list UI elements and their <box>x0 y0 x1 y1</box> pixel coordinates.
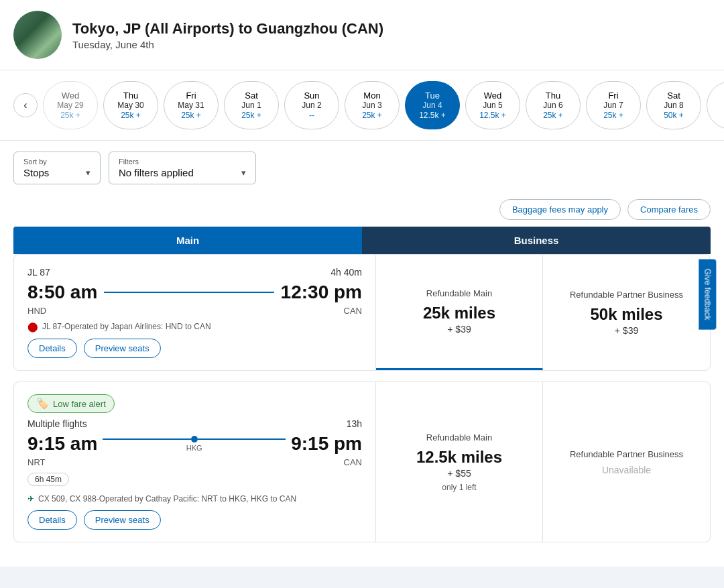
header: Tokyo, JP (All Airports) to Guangzhou (C… <box>0 0 724 70</box>
tab-business[interactable]: Business <box>362 227 711 254</box>
date-price: 12.5k + <box>419 111 446 120</box>
baggage-fees-button[interactable]: Baggage fees may apply <box>499 199 621 220</box>
date-price: 12.5k + <box>479 111 506 120</box>
date-selector: ‹ Wed May 29 25k + Thu May 30 25k + Fri … <box>0 70 724 141</box>
date-day: Wed <box>484 91 502 101</box>
filter-label: Filters <box>119 158 246 166</box>
date-day: Thu <box>123 91 138 101</box>
sort-value-row: Stops ▾ <box>23 167 90 178</box>
filter-value-row: No filters applied ▾ <box>119 167 246 178</box>
fare-unavailable: Unavailable <box>602 465 651 475</box>
date-item[interactable]: Thu Jun 6 25k + <box>526 81 581 129</box>
flight-number: JL 87 <box>27 267 50 278</box>
flight-header: Multiple flights 13h <box>27 418 362 429</box>
airline-details: CX 509, CX 988-Operated by Cathay Pacifi… <box>38 494 296 504</box>
date-month: Jun 8 <box>664 101 683 110</box>
date-price: 25k + <box>362 111 382 120</box>
date-item[interactable]: Sun Jun 9 25k + <box>707 81 724 129</box>
date-item[interactable]: Thu May 30 25k + <box>103 81 158 129</box>
sort-chevron-icon: ▾ <box>86 168 90 178</box>
stop-badge: 6h 45m <box>27 473 69 486</box>
card-actions: Details Preview seats <box>27 510 362 530</box>
date-day: Fri <box>608 91 618 101</box>
date-item[interactable]: Sun Jun 2 -- <box>284 81 339 129</box>
airline-info: ⬤ JL 87-Operated by Japan Airlines: HND … <box>27 321 362 332</box>
business-fare-type: Refundable Partner Business <box>570 449 683 459</box>
date-item[interactable]: Tue Jun 4 12.5k + <box>405 81 460 129</box>
flight-airports: NRT CAN <box>27 457 362 467</box>
date-month: Jun 1 <box>241 101 261 110</box>
main-fare-cell: Refundable Main 25k miles + $39 <box>376 255 543 370</box>
flight-card: 🏷️ Low fare alert Multiple flights 13h 9… <box>13 381 711 542</box>
date-price: 25k + <box>241 111 261 120</box>
date-month: Jun 6 <box>543 101 562 110</box>
main-fare-plus: + $55 <box>447 468 471 479</box>
feedback-tab[interactable]: Give feedback <box>699 259 717 329</box>
flights-container: JL 87 4h 40m 8:50 am 12:30 pm HND CAN ⬤ … <box>0 254 724 542</box>
business-plus: + $39 <box>615 325 638 336</box>
chevron-left-icon: ‹ <box>23 99 27 111</box>
main-fare-cell: Refundable Main 12.5k miles + $55 only 1… <box>376 382 543 542</box>
flight-card: JL 87 4h 40m 8:50 am 12:30 pm HND CAN ⬤ … <box>13 254 711 371</box>
details-button[interactable]: Details <box>27 339 77 358</box>
date-day: Thu <box>546 91 560 101</box>
dates-list: Wed May 29 25k + Thu May 30 25k + Fri Ma… <box>43 81 724 129</box>
date-day: Fri <box>186 91 196 101</box>
flight-info: JL 87 4h 40m 8:50 am 12:30 pm HND CAN ⬤ … <box>14 255 376 370</box>
business-fare-cell: Refundable Partner Business Unavailable <box>543 382 710 542</box>
date-price: 50k + <box>664 111 684 120</box>
date-price: 25k + <box>603 111 623 120</box>
business-miles: 50k miles <box>590 305 662 324</box>
page-subtitle: Tuesday, June 4th <box>72 39 383 50</box>
page-title: Tokyo, JP (All Airports) to Guangzhou (C… <box>72 20 383 38</box>
filter-dropdown[interactable]: Filters No filters applied ▾ <box>109 152 256 184</box>
date-day: Sat <box>667 91 680 101</box>
date-month: Jun 3 <box>362 101 381 110</box>
date-item[interactable]: Sat Jun 8 50k + <box>646 81 701 129</box>
only-left-badge: only 1 left <box>442 483 476 492</box>
departure-time: 8:50 am <box>27 282 97 303</box>
date-day: Wed <box>62 91 80 101</box>
date-price: 25k + <box>543 111 563 120</box>
business-fare-cell: Refundable Partner Business 50k miles + … <box>543 255 710 370</box>
date-item[interactable]: Fri May 31 25k + <box>164 81 219 129</box>
date-item[interactable]: Sat Jun 1 25k + <box>224 81 279 129</box>
main-fare-type: Refundable Main <box>426 432 492 443</box>
date-month: Jun 4 <box>422 101 442 110</box>
details-button[interactable]: Details <box>27 510 77 530</box>
date-month: Jun 2 <box>302 101 321 110</box>
airline-icon: ⬤ <box>27 321 38 332</box>
date-price: 25k + <box>181 111 201 120</box>
date-day: Tue <box>425 91 440 101</box>
date-item[interactable]: Wed Jun 5 12.5k + <box>465 81 520 129</box>
tab-main[interactable]: Main <box>13 227 362 254</box>
arrival-airport: CAN <box>344 306 362 316</box>
date-day: Sun <box>304 91 319 101</box>
preview-seats-button[interactable]: Preview seats <box>84 510 161 530</box>
filter-value: No filters applied <box>119 167 194 178</box>
date-item[interactable]: Fri Jun 7 25k + <box>586 81 641 129</box>
date-item[interactable]: Mon Jun 3 25k + <box>345 81 400 129</box>
business-fare-type: Refundable Partner Business <box>570 290 683 300</box>
flight-number: Multiple flights <box>27 418 87 429</box>
flight-times: 8:50 am 12:30 pm <box>27 282 362 303</box>
main-fare-type: Refundable Main <box>426 288 492 298</box>
preview-seats-button[interactable]: Preview seats <box>84 339 161 358</box>
header-text: Tokyo, JP (All Airports) to Guangzhou (C… <box>72 20 383 50</box>
airline-details: JL 87-Operated by Japan Airlines: HND to… <box>42 322 211 331</box>
flight-duration: 13h <box>347 418 362 429</box>
flight-times: 9:15 am HKG 9:15 pm <box>27 433 362 455</box>
departure-airport: NRT <box>27 457 45 467</box>
date-item[interactable]: Wed May 29 25k + <box>43 81 98 129</box>
prev-date-button[interactable]: ‹ <box>13 93 38 117</box>
arrival-time: 12:30 pm <box>281 282 362 303</box>
date-month: May 29 <box>57 101 83 110</box>
low-fare-icon: 🏷️ <box>36 398 49 410</box>
compare-fares-button[interactable]: Compare fares <box>627 199 711 220</box>
sort-dropdown[interactable]: Sort by Stops ▾ <box>13 152 101 184</box>
sort-label: Sort by <box>23 158 90 166</box>
departure-airport: HND <box>27 306 46 316</box>
flight-info: 🏷️ Low fare alert Multiple flights 13h 9… <box>14 382 376 542</box>
airline-icon: ✈ <box>27 494 34 504</box>
action-buttons: Baggage fees may apply Compare fares <box>0 195 724 227</box>
